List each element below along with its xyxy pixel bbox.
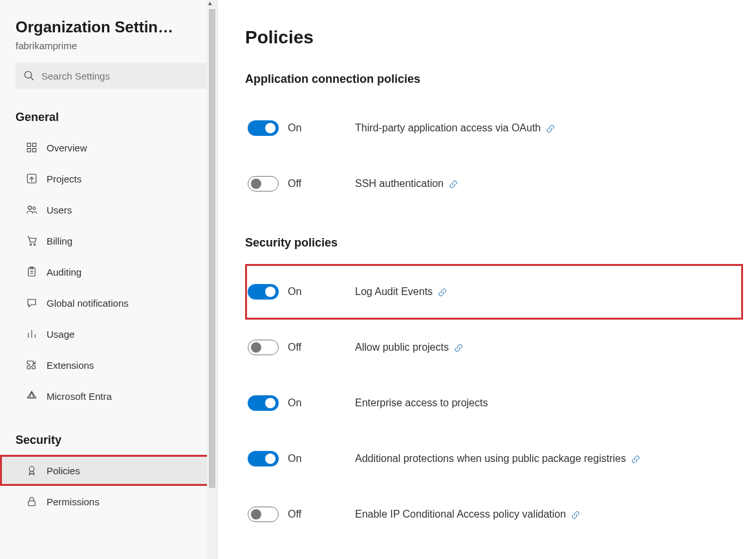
clipboard-icon (26, 266, 38, 278)
toggle-state-label: On (288, 286, 301, 298)
chart-icon (26, 328, 38, 340)
nav-label: Billing (47, 236, 72, 247)
policy-row: OnLog Audit Events (245, 264, 743, 320)
svg-point-9 (33, 207, 36, 210)
link-icon[interactable] (631, 455, 640, 464)
sidebar-item-overview[interactable]: Overview (0, 132, 217, 163)
cart-icon (26, 235, 38, 247)
nav-label: Policies (47, 465, 80, 476)
policy-toggle[interactable] (248, 120, 279, 136)
sidebar-item-permissions[interactable]: Permissions (0, 486, 217, 517)
policy-name: SSH authentication (355, 178, 458, 190)
nav-label: Overview (47, 142, 87, 153)
policy-name: Additional protections when using public… (355, 453, 640, 465)
nav-label: Extensions (47, 360, 94, 371)
sidebar: Organization Settin… fabrikamprime Gener… (0, 0, 218, 559)
policy-name: Log Audit Events (355, 286, 447, 298)
svg-point-19 (29, 466, 34, 472)
policy-row: OffEnable IP Conditional Access policy v… (245, 487, 743, 542)
svg-point-0 (25, 71, 32, 78)
nav-label: Auditing (47, 267, 81, 278)
policy-toggle[interactable] (248, 340, 279, 355)
nav-label: Microsoft Entra (47, 391, 112, 402)
svg-rect-3 (33, 143, 36, 146)
svg-rect-20 (28, 501, 36, 506)
svg-rect-5 (33, 149, 36, 152)
sidebar-item-billing[interactable]: Billing (0, 225, 217, 256)
section-general-label: General (0, 111, 217, 124)
sidebar-item-users[interactable]: Users (0, 194, 217, 225)
link-icon[interactable] (571, 510, 580, 520)
policy-section-title: Security policies (245, 236, 743, 250)
puzzle-icon (26, 359, 38, 371)
toggle-state-label: Off (288, 509, 301, 520)
link-icon[interactable] (546, 124, 555, 133)
sidebar-item-microsoft-entra[interactable]: Microsoft Entra (0, 380, 217, 411)
search-icon (23, 70, 35, 82)
sidebar-item-extensions[interactable]: Extensions (0, 349, 217, 380)
link-icon[interactable] (438, 288, 447, 297)
sidebar-title: Organization Settin… (16, 18, 197, 36)
svg-point-10 (30, 244, 31, 245)
search-settings-box[interactable] (16, 63, 207, 89)
lock-icon (26, 496, 38, 507)
toggle-state-label: Off (288, 342, 301, 353)
policy-row: OffAllow public projects (245, 320, 743, 375)
sidebar-item-auditing[interactable]: Auditing (0, 256, 217, 287)
policy-row: OnEnterprise access to projects (245, 375, 743, 431)
toggle-state-label: On (288, 397, 301, 409)
svg-rect-2 (27, 143, 30, 146)
svg-rect-4 (27, 149, 30, 152)
toggle-state-label: Off (288, 178, 301, 190)
svg-point-8 (28, 206, 31, 209)
policy-name: Enable IP Conditional Access policy vali… (355, 509, 580, 520)
org-name: fabrikamprime (16, 40, 204, 51)
svg-line-1 (30, 77, 34, 80)
policy-name: Enterprise access to projects (355, 397, 488, 409)
search-input[interactable] (41, 71, 199, 82)
nav-label: Users (47, 204, 72, 215)
nav-label: Projects (47, 173, 81, 184)
section-security-label: Security (0, 433, 217, 447)
policy-toggle[interactable] (248, 284, 279, 300)
sidebar-item-policies[interactable]: Policies (0, 455, 217, 486)
chat-icon (26, 297, 38, 309)
entra-icon (26, 390, 38, 402)
nav-label: Global notifications (47, 298, 129, 309)
sidebar-item-global-notifications[interactable]: Global notifications (0, 287, 217, 318)
nav-label: Usage (47, 329, 74, 340)
toggle-state-label: On (288, 122, 301, 134)
policy-section-title: Application connection policies (245, 72, 743, 86)
main-content: Policies Application connection policies… (218, 0, 756, 559)
upload-icon (26, 173, 38, 184)
policy-toggle[interactable] (248, 451, 279, 466)
policy-row: OffSSH authentication (245, 156, 743, 212)
svg-point-11 (34, 244, 35, 245)
sidebar-item-usage[interactable]: Usage (0, 318, 217, 349)
policy-row: OnThird-party application access via OAu… (245, 100, 743, 156)
link-icon[interactable] (449, 180, 458, 189)
ribbon-icon (26, 465, 38, 476)
policy-name: Third-party application access via OAuth (355, 122, 555, 134)
policy-row: OnAdditional protections when using publ… (245, 431, 743, 487)
policy-name: Allow public projects (355, 342, 463, 353)
policy-toggle[interactable] (248, 507, 279, 522)
policy-toggle[interactable] (248, 395, 279, 411)
page-title: Policies (245, 27, 743, 48)
scrollbar-thumb[interactable] (209, 9, 215, 488)
sidebar-item-projects[interactable]: Projects (0, 163, 217, 194)
link-icon[interactable] (454, 344, 463, 353)
toggle-state-label: On (288, 453, 301, 465)
policy-toggle[interactable] (248, 176, 279, 192)
scrollbar[interactable] (207, 0, 217, 559)
grid-icon (26, 142, 38, 153)
nav-label: Permissions (47, 496, 100, 507)
users-icon (26, 204, 38, 215)
